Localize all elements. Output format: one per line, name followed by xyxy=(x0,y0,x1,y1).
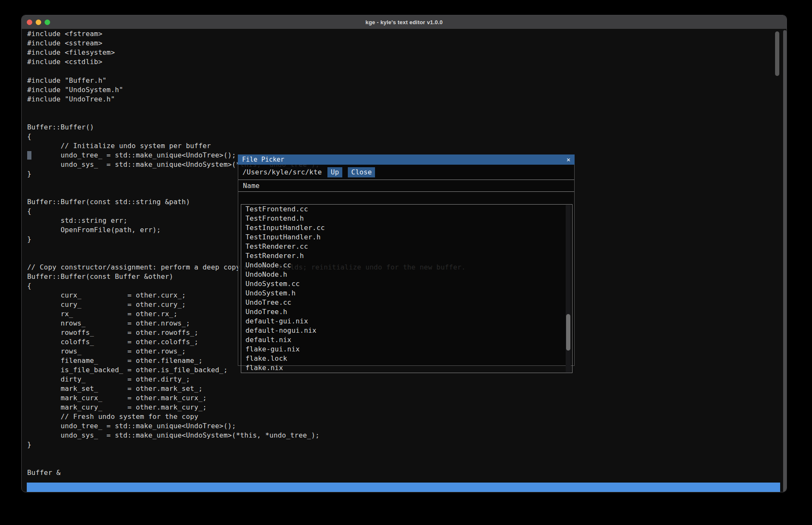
file-picker-titlebar[interactable]: File Picker ✕ xyxy=(238,154,575,165)
file-list-item[interactable]: TestInputHandler.cc xyxy=(241,223,572,233)
file-list-items: TestFrontend.ccTestFrontend.hTestInputHa… xyxy=(241,205,572,373)
editor-window: #include <fstream> #include <sstream> #i… xyxy=(21,15,787,492)
file-list-item[interactable]: default-gui.nix xyxy=(241,317,572,326)
file-list: TestFrontend.ccTestFrontend.hTestInputHa… xyxy=(241,204,572,373)
file-list-item[interactable]: UndoSystem.h xyxy=(241,289,572,298)
window-titlebar[interactable]: kge - kyle's text editor v1.0.0 xyxy=(22,15,787,29)
file-list-item[interactable]: TestFrontend.h xyxy=(241,214,572,223)
close-window-button[interactable] xyxy=(27,20,32,25)
file-list-scrollbar[interactable] xyxy=(566,314,570,351)
file-list-item[interactable]: flake.lock xyxy=(241,354,572,363)
traffic-lights xyxy=(27,15,50,29)
window-scrollbar[interactable] xyxy=(783,30,787,492)
file-list-item[interactable]: UndoTree.h xyxy=(241,307,572,317)
file-list-item[interactable]: flake-gui.nix xyxy=(241,345,572,354)
file-list-item[interactable]: UndoTree.cc xyxy=(241,298,572,307)
current-path: /Users/kyle/src/kte xyxy=(242,168,322,176)
file-list-item[interactable]: TestRenderer.h xyxy=(241,251,572,261)
file-list-item[interactable]: UndoSystem.cc xyxy=(241,279,572,289)
file-picker-body: /Users/kyle/src/kte Up Close Name TestFr… xyxy=(238,165,574,365)
window-title: kge - kyle's text editor v1.0.0 xyxy=(366,19,443,25)
separator xyxy=(238,191,574,192)
file-list-scrollbar-track[interactable] xyxy=(566,205,571,372)
up-button[interactable]: Up xyxy=(327,167,342,177)
status-bar: kge v1.0.0 [1/1] Buffer.cc 486L Open Fil… xyxy=(27,483,780,492)
file-picker-title: File Picker xyxy=(242,156,284,163)
file-list-item[interactable]: UndoNode.h xyxy=(241,270,572,279)
file-picker-dialog: File Picker ✕ /Users/kyle/src/kte Up Clo… xyxy=(238,154,575,366)
column-header-name: Name xyxy=(238,180,574,191)
editor-cursor xyxy=(27,151,31,160)
file-list-item[interactable]: default.nix xyxy=(241,335,572,345)
close-icon[interactable]: ✕ xyxy=(567,156,570,163)
editor-scrollbar[interactable] xyxy=(775,31,779,76)
zoom-window-button[interactable] xyxy=(45,20,50,25)
file-list-item[interactable]: UndoNode.cc xyxy=(241,261,572,270)
file-list-item[interactable]: default-nogui.nix xyxy=(241,326,572,335)
minimize-window-button[interactable] xyxy=(36,20,41,25)
close-button[interactable]: Close xyxy=(348,167,375,177)
file-list-item[interactable]: TestFrontend.cc xyxy=(241,205,572,214)
path-row: /Users/kyle/src/kte Up Close xyxy=(238,165,574,180)
file-list-item[interactable]: TestRenderer.cc xyxy=(241,242,572,251)
file-list-item[interactable]: TestInputHandler.h xyxy=(241,233,572,242)
file-list-item[interactable]: flake.nix xyxy=(241,363,572,373)
